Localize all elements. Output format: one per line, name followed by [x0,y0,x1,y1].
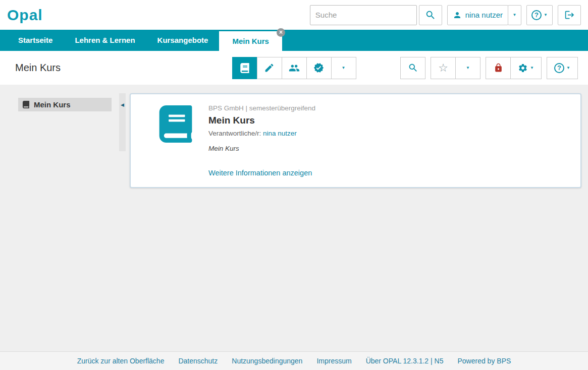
close-tab-icon[interactable]: × [277,28,285,37]
course-responsible-line: Verantwortliche/r: nina nutzer [208,130,568,137]
tab-label: Mein Kurs [232,37,269,45]
book-icon [240,63,250,73]
course-tools-caret-button[interactable]: ▼ [331,57,356,79]
footer-link-nutzungsbedingungen[interactable]: Nutzungsbedingungen [232,357,302,365]
user-icon [453,11,462,20]
course-search-button[interactable] [400,57,425,79]
nav-item-startseite[interactable]: Startseite [7,30,64,51]
course-icon-wrap [143,104,208,177]
page-title: Mein Kurs [15,62,61,74]
course-help-button[interactable]: ? ▼ [547,57,578,79]
pencil-icon [264,63,275,73]
book-icon [159,105,192,143]
top-header: Opal nina nutzer ▼ ? ▼ [0,0,588,30]
members-icon [289,63,300,74]
footer-link-old-interface[interactable]: Zurück zur alten Oberfläche [77,357,165,365]
footer-link-datenschutz[interactable]: Datenschutz [178,357,218,365]
responsible-label: Verantwortliche/r: [208,130,261,137]
search-input[interactable] [310,5,417,25]
user-menu-group: nina nutzer ▼ [447,5,521,25]
main-navigation: Startseite Lehren & Lernen Kursangebote … [0,30,588,51]
chevron-down-icon: ▼ [342,66,346,70]
favorite-button[interactable]: ☆ [431,57,456,79]
more-info-link[interactable]: Weitere Informationen anzeigen [208,169,568,177]
collapse-sidebar-icon[interactable]: ◀ [121,102,124,151]
badge-seal-icon [313,63,324,73]
search-icon [425,10,436,21]
favorite-group: ☆ ▼ [431,57,480,79]
main-content: Mein Kurs ◀ BPS GmbH | semesterübergreif… [0,85,588,351]
help-icon: ? [554,63,564,73]
course-toolbar: Mein Kurs ▼ [0,51,588,85]
search-icon [408,63,418,73]
favorite-caret-button[interactable]: ▼ [455,57,480,79]
members-button[interactable] [282,57,307,79]
logout-button[interactable] [558,5,581,25]
course-info-card: BPS GmbH | semesterübergreifend Mein Kur… [130,93,581,188]
course-view-button-group: ▼ [232,57,356,79]
settings-button[interactable]: ▼ [510,57,542,79]
page-footer: Zurück zur alten Oberfläche Datenschutz … [0,351,588,370]
user-menu-caret-button[interactable]: ▼ [508,5,521,25]
course-description: Mein Kurs [208,145,568,152]
opal-logo: Opal [7,7,43,24]
course-title: Mein Kurs [208,115,568,126]
lock-icon [494,63,503,73]
access-lock-button[interactable] [486,57,511,79]
logout-icon [564,10,575,20]
chevron-down-icon: ▼ [566,66,570,70]
sidebar-item-label: Mein Kurs [34,100,71,109]
nav-item-lehren-lernen[interactable]: Lehren & Lernen [64,30,146,51]
book-icon [22,101,30,108]
chevron-down-icon: ▼ [544,13,548,17]
chevron-down-icon: ▼ [466,66,470,70]
chevron-down-icon: ▼ [530,66,534,70]
nav-item-kursangebote[interactable]: Kursangebote [146,30,220,51]
footer-link-powered-by[interactable]: Powered by BPS [457,357,511,365]
footer-link-impressum[interactable]: Impressum [316,357,351,365]
sidebar-item-mein-kurs[interactable]: Mein Kurs [18,98,112,111]
course-card-text: BPS GmbH | semesterübergreifend Mein Kur… [208,104,568,177]
search-button[interactable] [419,5,442,25]
star-icon: ☆ [438,63,448,74]
chevron-down-icon: ▼ [513,13,517,17]
sidebar-collapse-strip: ◀ [119,93,126,151]
responsible-user-link[interactable]: nina nutzer [263,130,297,137]
assessment-badge-button[interactable] [306,57,332,79]
course-provider-line: BPS GmbH | semesterübergreifend [208,104,568,112]
access-settings-group: ▼ [486,57,542,79]
tab-mein-kurs[interactable]: Mein Kurs × [219,31,282,51]
gear-icon [518,63,528,73]
help-button[interactable]: ? ▼ [526,5,553,25]
help-icon: ? [531,10,542,20]
user-name-label: nina nutzer [465,11,503,19]
footer-link-version[interactable]: Über OPAL 12.3.1.2 | N5 [366,357,444,365]
course-content-button[interactable] [232,57,257,79]
toolbar-right-group: ☆ ▼ ▼ ? ▼ [400,57,578,79]
edit-course-button[interactable] [257,57,282,79]
user-menu-button[interactable]: nina nutzer [447,5,508,25]
